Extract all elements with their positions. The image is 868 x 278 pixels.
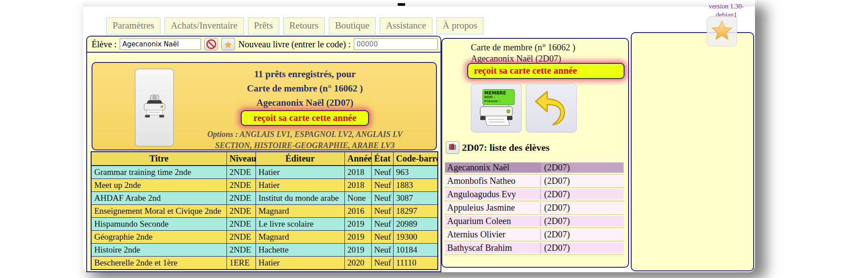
cell-niveau: 2NDE	[226, 166, 256, 179]
cell-titre: Meet up 2nde	[91, 179, 226, 192]
cell-etat: Neuf	[371, 166, 393, 179]
cell-niveau: 2NDE	[226, 192, 256, 205]
member-name: Agecanonix Naël (2D07)	[471, 54, 561, 64]
loans-table-header: TitreNiveauÉditeurAnnéeÉtatCode-barre	[91, 152, 438, 166]
star-icon	[710, 19, 734, 44]
favorite-student-button[interactable]: ★	[221, 38, 235, 50]
books-icon	[449, 143, 457, 153]
cell-titre: Enseignement Moral et Civique 2nde	[91, 205, 226, 218]
student-name: Aternius Olivier	[445, 229, 541, 240]
window-titlebar	[83, 0, 755, 6]
cell-code-barre: 20989	[393, 218, 438, 231]
student-class: (2D07)	[541, 216, 624, 226]
student-row[interactable]: Appuleius Jasmine(2D07)	[445, 201, 624, 215]
class-list-button[interactable]	[446, 141, 459, 154]
student-class: (2D07)	[541, 189, 624, 199]
new-book-label: Nouveau livre (entrer le code) :	[238, 39, 351, 50]
cell-titre: Géographie 2nde	[91, 231, 226, 244]
tab-achats-inventaire[interactable]: Achats/Inventaire	[164, 17, 243, 34]
column-header-etat: État	[371, 152, 393, 166]
loans-table-body: Grammar training time 2nde2NDEHatier2018…	[91, 166, 438, 270]
student-name: Aquarium Coleen	[445, 216, 541, 226]
loan-row: Hispamundo Seconde2NDELe livre scolaire2…	[91, 218, 438, 231]
cell-annee: None	[344, 192, 371, 205]
loan-row: Enseignement Moral et Civique 2nde2NDEMa…	[91, 205, 438, 218]
cell-etat: Neuf	[371, 218, 393, 231]
class-list-title: 2D07: liste des élèves	[462, 142, 549, 154]
tab-bar: ParamètresAchats/InventairePrêtsRetoursB…	[106, 17, 483, 34]
tab--propos[interactable]: À propos	[436, 17, 484, 34]
window-minimize-dash[interactable]	[398, 3, 405, 6]
tab-boutique[interactable]: Boutique	[329, 17, 376, 34]
print-member-card-button[interactable]: MEMBRE NOM : Prénom :	[471, 83, 522, 133]
loan-count-line: 11 prêts enregistrés, pour	[254, 67, 356, 81]
cell-code-barre: 10184	[393, 244, 438, 257]
member-panel: Carte de membre (n° 16062 ) Agecanonix N…	[441, 38, 629, 268]
student-input[interactable]	[120, 38, 201, 50]
cell-niveau: 2NDE	[226, 205, 256, 218]
cell-code-barre: 1883	[393, 179, 438, 192]
cell-editeur: Hachette	[256, 244, 344, 257]
loans-table: TitreNiveauÉditeurAnnéeÉtatCode-barre Gr…	[91, 151, 438, 270]
loan-summary-text: 11 prêts enregistrés, pour Carte de memb…	[174, 63, 436, 149]
member-card-line: Carte de membre (n° 16062 )	[247, 81, 363, 95]
cell-etat: Neuf	[371, 179, 393, 192]
cell-etat: Neuf	[371, 192, 393, 205]
student-class: (2D07)	[541, 203, 624, 213]
cell-annee: 2016	[344, 205, 371, 218]
tab-retours[interactable]: Retours	[283, 17, 325, 34]
student-label: Élève :	[92, 39, 117, 50]
student-options-line: Options : ANGLAIS LV1, ESPAGNOL LV2, ANG…	[198, 129, 412, 151]
students-list: Agecanonix Naël(2D07)Amonbofis Natheo(2D…	[445, 161, 624, 255]
member-card-number: Carte de membre (n° 16062 )	[471, 42, 575, 53]
student-row[interactable]: Anguloagudus Evy(2D07)	[445, 188, 624, 201]
cell-code-barre: 963	[393, 166, 438, 179]
cell-etat: Neuf	[371, 205, 393, 218]
cell-etat: Neuf	[371, 257, 393, 270]
member-card-status-badge: reçoit sa carte cette année	[467, 63, 625, 79]
tab-assistance[interactable]: Assistance	[380, 17, 432, 34]
student-name: Bathyscaf Brahim	[445, 243, 541, 253]
student-row[interactable]: Aternius Olivier(2D07)	[445, 228, 624, 241]
student-name: Anguloagudus Evy	[445, 189, 541, 199]
cell-niveau: 2NDE	[226, 244, 256, 257]
cell-etat: Neuf	[371, 231, 393, 244]
back-arrow-icon	[531, 87, 572, 129]
cell-editeur: Magnard	[256, 231, 344, 244]
cell-niveau: 2NDE	[226, 218, 256, 231]
cell-niveau: 2NDE	[226, 231, 256, 244]
print-loans-button[interactable]	[135, 69, 174, 146]
tab-pr-ts[interactable]: Prêts	[248, 17, 279, 34]
student-row[interactable]: Aquarium Coleen(2D07)	[445, 215, 624, 228]
loan-row: Histoire 2nde2NDEHachette2019Neuf10184	[91, 244, 438, 257]
clear-student-button[interactable]	[204, 38, 218, 50]
student-row[interactable]: Bathyscaf Brahim(2D07)	[445, 241, 624, 255]
star-icon: ★	[224, 40, 232, 49]
cell-niveau: 2NDE	[226, 179, 256, 192]
cell-annee: 2020	[344, 257, 371, 270]
loan-row: Grammar training time 2nde2NDEHatier2018…	[91, 166, 438, 179]
student-row[interactable]: Agecanonix Naël(2D07)	[445, 161, 624, 174]
new-book-input[interactable]	[354, 38, 438, 50]
student-class: (2D07)	[541, 229, 624, 240]
student-row[interactable]: Amonbofis Natheo(2D07)	[445, 174, 624, 188]
favorite-star-button[interactable]	[707, 16, 737, 46]
header-row: TitreNiveauÉditeurAnnéeÉtatCode-barre	[91, 152, 438, 166]
cell-annee: 2019	[344, 244, 371, 257]
student-name: Appuleius Jasmine	[445, 203, 541, 213]
app-window: version 1.30-debian1 ParamètresAchats/In…	[83, 0, 755, 272]
cell-editeur: Le livre scolaire	[256, 218, 344, 231]
undo-button[interactable]	[526, 83, 577, 133]
column-header-annee: Année	[344, 152, 371, 166]
tab-param-tres[interactable]: Paramètres	[106, 17, 160, 34]
toolbar: Élève : ★ Nouveau livre (entrer le code)…	[87, 37, 440, 53]
student-class: (2D07)	[541, 162, 624, 173]
cell-editeur: Institut du monde arabe	[256, 192, 344, 205]
cell-annee: 2018	[344, 166, 371, 179]
cell-editeur: Magnard	[256, 205, 344, 218]
cell-niveau: 1ERE	[226, 257, 256, 270]
cell-titre: Histoire 2nde	[91, 244, 226, 257]
cell-titre: Hispamundo Seconde	[91, 218, 226, 231]
cell-code-barre: 18297	[393, 205, 438, 218]
column-header-editeur: Éditeur	[256, 152, 344, 166]
